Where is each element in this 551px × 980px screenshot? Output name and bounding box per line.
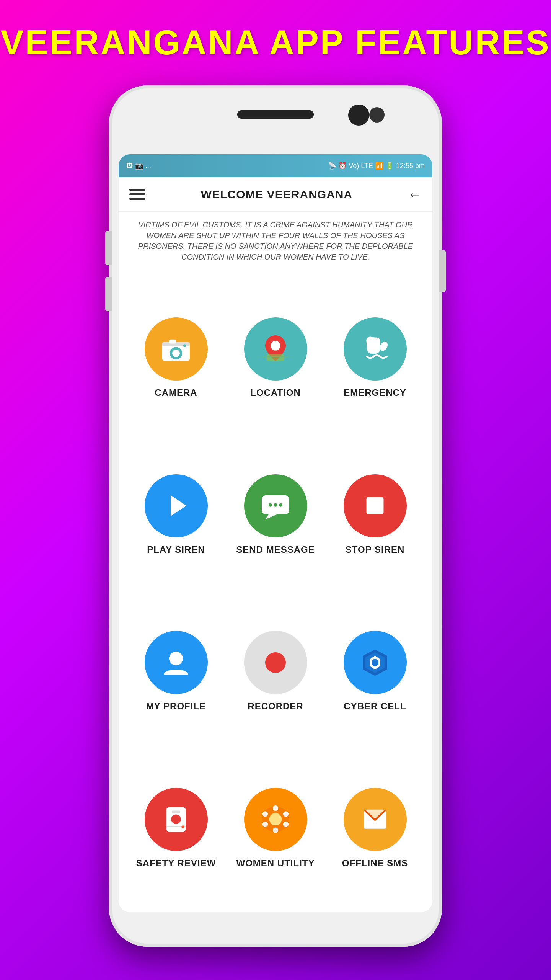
my-profile-icon-circle bbox=[145, 631, 208, 694]
emergency-label: EMERGENCY bbox=[344, 387, 406, 398]
svg-point-27 bbox=[181, 825, 184, 828]
svg-point-18 bbox=[265, 652, 286, 673]
my-profile-label: MY PROFILE bbox=[146, 701, 206, 712]
svg-point-10 bbox=[378, 340, 389, 352]
svg-point-3 bbox=[172, 350, 180, 357]
svg-point-30 bbox=[273, 805, 278, 811]
svg-point-32 bbox=[283, 822, 289, 827]
feature-offline-sms[interactable]: OFFLINE SMS bbox=[325, 748, 425, 905]
feature-women-utility[interactable]: WOMEN UTILITY bbox=[226, 748, 325, 905]
feature-safety-review[interactable]: SAFETY REVIEW bbox=[126, 748, 226, 905]
screen: 🖼 📷 ... 📡 ⏰ Vo) LTE 📶 🔋 12:55 pm WELCOME… bbox=[119, 154, 432, 912]
phone-top bbox=[109, 85, 442, 154]
stop-siren-icon-circle bbox=[344, 474, 407, 537]
feature-my-profile[interactable]: MY PROFILE bbox=[126, 591, 226, 748]
front-camera bbox=[348, 105, 369, 126]
feature-emergency[interactable]: EMERGENCY bbox=[325, 278, 425, 434]
phone-frame: 🖼 📷 ... 📡 ⏰ Vo) LTE 📶 🔋 12:55 pm WELCOME… bbox=[109, 85, 442, 947]
status-kbs: 🖼 📷 ... bbox=[126, 162, 151, 170]
svg-point-29 bbox=[269, 813, 282, 825]
front-camera-2 bbox=[369, 107, 385, 122]
location-label: LOCATION bbox=[250, 387, 301, 398]
feature-play-siren[interactable]: PLAY SIREN bbox=[126, 434, 226, 591]
svg-rect-25 bbox=[172, 811, 180, 813]
recorder-icon-circle bbox=[244, 631, 307, 694]
features-grid: CAMERA LOCATION bbox=[119, 270, 432, 912]
svg-marker-11 bbox=[171, 495, 187, 516]
feature-recorder[interactable]: RECORDER bbox=[226, 591, 325, 748]
recorder-label: RECORDER bbox=[248, 701, 303, 712]
feature-stop-siren[interactable]: STOP SIREN bbox=[325, 434, 425, 591]
svg-rect-4 bbox=[169, 340, 176, 344]
feature-send-message[interactable]: SEND MESSAGE bbox=[226, 434, 325, 591]
cyber-cell-icon-circle bbox=[344, 631, 407, 694]
status-icons: 📡 ⏰ Vo) LTE 📶 🔋 bbox=[328, 162, 394, 170]
svg-point-17 bbox=[169, 652, 183, 665]
svg-point-15 bbox=[279, 503, 282, 507]
play-siren-icon-circle bbox=[145, 474, 208, 537]
svg-point-31 bbox=[283, 812, 289, 817]
status-right: 📡 ⏰ Vo) LTE 📶 🔋 12:55 pm bbox=[328, 162, 425, 170]
send-message-label: SEND MESSAGE bbox=[236, 544, 315, 555]
offline-sms-icon-circle bbox=[344, 788, 407, 851]
stop-siren-label: STOP SIREN bbox=[346, 544, 405, 555]
power-button bbox=[439, 250, 446, 292]
play-siren-label: PLAY SIREN bbox=[147, 544, 205, 555]
safety-review-label: SAFETY REVIEW bbox=[136, 858, 216, 869]
svg-point-35 bbox=[262, 812, 268, 817]
svg-point-13 bbox=[269, 503, 272, 507]
app-bar: WELCOME VEERANGANA ← bbox=[119, 177, 432, 212]
svg-rect-16 bbox=[367, 497, 384, 514]
volume-button-2 bbox=[105, 277, 112, 311]
status-time: 12:55 pm bbox=[396, 162, 425, 170]
svg-point-24 bbox=[171, 815, 181, 824]
safety-review-icon-circle bbox=[145, 788, 208, 851]
svg-point-34 bbox=[262, 822, 268, 827]
women-utility-icon-circle bbox=[244, 788, 307, 851]
emergency-icon-circle bbox=[344, 317, 407, 381]
hamburger-menu[interactable] bbox=[129, 189, 145, 200]
volume-button-1 bbox=[105, 231, 112, 265]
feature-location[interactable]: LOCATION bbox=[226, 278, 325, 434]
women-utility-label: WOMEN UTILITY bbox=[236, 858, 315, 869]
svg-rect-8 bbox=[267, 354, 284, 361]
phone-speaker bbox=[237, 110, 314, 119]
svg-point-7 bbox=[271, 341, 280, 350]
app-bar-title: WELCOME VEERANGANA bbox=[201, 188, 352, 201]
camera-label: CAMERA bbox=[155, 387, 197, 398]
quote-text: VICTIMS OF EVIL CUSTOMS. IT IS A CRIME A… bbox=[119, 212, 432, 270]
cyber-cell-label: CYBER CELL bbox=[344, 701, 406, 712]
page-title: VEERANGANA APP FEATURES bbox=[0, 23, 550, 62]
feature-camera[interactable]: CAMERA bbox=[126, 278, 226, 434]
svg-point-14 bbox=[274, 503, 277, 507]
location-icon-circle bbox=[244, 317, 307, 381]
svg-point-33 bbox=[273, 828, 278, 833]
back-button[interactable]: ← bbox=[408, 186, 422, 203]
feature-cyber-cell[interactable]: CYBER CELL bbox=[325, 591, 425, 748]
camera-icon-circle bbox=[145, 317, 208, 381]
offline-sms-label: OFFLINE SMS bbox=[342, 858, 408, 869]
status-bar: 🖼 📷 ... 📡 ⏰ Vo) LTE 📶 🔋 12:55 pm bbox=[119, 154, 432, 177]
status-left: 🖼 📷 ... bbox=[126, 162, 151, 170]
send-message-icon-circle bbox=[244, 474, 307, 537]
svg-point-5 bbox=[183, 344, 186, 347]
